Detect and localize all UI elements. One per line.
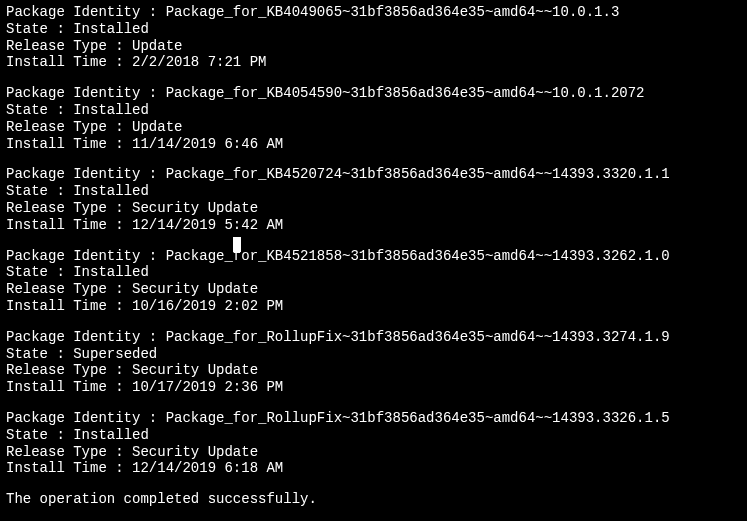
identity-value: Package_for_KB4049065~31bf3856ad364e35~a… (166, 4, 620, 20)
state-label: State : (6, 102, 73, 118)
package-identity-line: Package Identity : Package_for_KB4054590… (6, 85, 741, 102)
package-identity-line: Package Identity : Package_for_KB4521858… (6, 248, 741, 265)
install-label: Install Time : (6, 460, 132, 476)
release-value: Update (132, 38, 182, 54)
package-install-line: Install Time : 2/2/2018 7:21 PM (6, 54, 741, 71)
state-value: Installed (73, 264, 149, 280)
identity-label: Package Identity : (6, 410, 166, 426)
identity-label: Package Identity : (6, 4, 166, 20)
state-label: State : (6, 264, 73, 280)
package-release-line: Release Type : Security Update (6, 281, 741, 298)
package-state-line: State : Installed (6, 183, 741, 200)
release-label: Release Type : (6, 362, 132, 378)
package-block: Package Identity : Package_for_KB4049065… (6, 4, 741, 71)
identity-value: Package_for_RollupFix~31bf3856ad364e35~a… (166, 410, 670, 426)
package-install-line: Install Time : 12/14/2019 6:18 AM (6, 460, 741, 477)
identity-value: Package_for_KB4054590~31bf3856ad364e35~a… (166, 85, 645, 101)
install-value: 10/16/2019 2:02 PM (132, 298, 283, 314)
package-block: Package Identity : Package_for_KB4521858… (6, 248, 741, 315)
package-state-line: State : Installed (6, 102, 741, 119)
package-release-line: Release Type : Security Update (6, 444, 741, 461)
release-label: Release Type : (6, 200, 132, 216)
install-label: Install Time : (6, 136, 132, 152)
package-state-line: State : Installed (6, 21, 741, 38)
package-install-line: Install Time : 10/17/2019 2:36 PM (6, 379, 741, 396)
release-label: Release Type : (6, 444, 132, 460)
release-label: Release Type : (6, 281, 132, 297)
install-value: 12/14/2019 6:18 AM (132, 460, 283, 476)
identity-value: Package_for_RollupFix~31bf3856ad364e35~a… (166, 329, 670, 345)
install-label: Install Time : (6, 298, 132, 314)
text-cursor (233, 237, 241, 252)
release-label: Release Type : (6, 38, 132, 54)
package-block: Package Identity : Package_for_RollupFix… (6, 329, 741, 396)
install-value: 11/14/2019 6:46 AM (132, 136, 283, 152)
package-install-line: Install Time : 11/14/2019 6:46 AM (6, 136, 741, 153)
package-block: Package Identity : Package_for_KB4520724… (6, 166, 741, 233)
release-value: Security Update (132, 362, 258, 378)
state-label: State : (6, 346, 73, 362)
package-state-line: State : Installed (6, 427, 741, 444)
package-identity-line: Package Identity : Package_for_KB4049065… (6, 4, 741, 21)
install-label: Install Time : (6, 217, 132, 233)
package-identity-line: Package Identity : Package_for_KB4520724… (6, 166, 741, 183)
release-value: Security Update (132, 444, 258, 460)
release-value: Update (132, 119, 182, 135)
identity-label: Package Identity : (6, 248, 166, 264)
identity-label: Package Identity : (6, 85, 166, 101)
identity-value: Package_for_KB4521858~31bf3856ad364e35~a… (166, 248, 670, 264)
package-release-line: Release Type : Security Update (6, 362, 741, 379)
package-release-line: Release Type : Security Update (6, 200, 741, 217)
state-value: Installed (73, 427, 149, 443)
state-value: Superseded (73, 346, 157, 362)
completion-message: The operation completed successfully. (6, 491, 741, 508)
release-label: Release Type : (6, 119, 132, 135)
package-state-line: State : Superseded (6, 346, 741, 363)
package-state-line: State : Installed (6, 264, 741, 281)
state-value: Installed (73, 102, 149, 118)
package-block: Package Identity : Package_for_RollupFix… (6, 410, 741, 477)
state-label: State : (6, 21, 73, 37)
identity-value: Package_for_KB4520724~31bf3856ad364e35~a… (166, 166, 670, 182)
package-release-line: Release Type : Update (6, 38, 741, 55)
install-value: 2/2/2018 7:21 PM (132, 54, 266, 70)
package-identity-line: Package Identity : Package_for_RollupFix… (6, 410, 741, 427)
state-value: Installed (73, 21, 149, 37)
state-label: State : (6, 427, 73, 443)
identity-label: Package Identity : (6, 329, 166, 345)
state-value: Installed (73, 183, 149, 199)
package-install-line: Install Time : 10/16/2019 2:02 PM (6, 298, 741, 315)
package-block: Package Identity : Package_for_KB4054590… (6, 85, 741, 152)
package-install-line: Install Time : 12/14/2019 5:42 AM (6, 217, 741, 234)
release-value: Security Update (132, 281, 258, 297)
identity-label: Package Identity : (6, 166, 166, 182)
package-identity-line: Package Identity : Package_for_RollupFix… (6, 329, 741, 346)
install-label: Install Time : (6, 54, 132, 70)
install-value: 10/17/2019 2:36 PM (132, 379, 283, 395)
install-label: Install Time : (6, 379, 132, 395)
packages-list: Package Identity : Package_for_KB4049065… (6, 4, 741, 477)
install-value: 12/14/2019 5:42 AM (132, 217, 283, 233)
release-value: Security Update (132, 200, 258, 216)
package-release-line: Release Type : Update (6, 119, 741, 136)
state-label: State : (6, 183, 73, 199)
